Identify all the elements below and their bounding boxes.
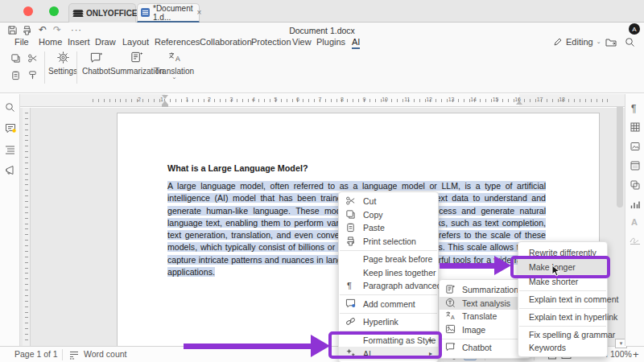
pilcrow-icon: ¶: [347, 281, 358, 292]
editing-label: Editing: [566, 37, 593, 47]
copy-icon: [345, 209, 357, 220]
chatbot-icon: [89, 51, 104, 64]
context-menu-page-break-before[interactable]: Page break before: [339, 253, 438, 266]
summarize-doc-icon: [445, 284, 456, 295]
window-zoom-dot[interactable]: [49, 6, 59, 16]
tab-document[interactable]: *Document 1.d... ×: [137, 3, 200, 23]
first-line-indent-marker[interactable]: [162, 95, 168, 99]
text-art-settings-button[interactable]: A: [631, 217, 638, 227]
save-icon: [7, 25, 18, 35]
settings-button[interactable]: Settings: [48, 51, 77, 76]
document-title: Document 1.docx: [0, 26, 644, 35]
undo-button[interactable]: ↶: [39, 24, 47, 35]
hyperlink-icon: [345, 316, 357, 327]
shape-icon: [630, 180, 640, 190]
page-indicator[interactable]: Page 1 of 1: [14, 349, 58, 359]
word-count-button[interactable]: [69, 351, 79, 360]
context-menu-keep-lines-together[interactable]: Keep lines together: [339, 266, 438, 280]
menu-home[interactable]: Home: [39, 37, 62, 47]
menu-view[interactable]: View: [292, 37, 312, 47]
vertical-scrollbar[interactable]: [617, 98, 623, 208]
editing-mode-selector[interactable]: Editing ⌄: [553, 37, 601, 47]
copy-icon: [10, 53, 21, 64]
header-footer-settings-button[interactable]: [630, 161, 640, 171]
menu-file[interactable]: File: [14, 37, 29, 47]
right-indent-marker[interactable]: [516, 101, 522, 105]
image-icon: [630, 142, 640, 151]
tab-close-icon[interactable]: ×: [196, 8, 201, 17]
chatbot-button[interactable]: Chatbot: [82, 51, 110, 76]
zoom-in-button[interactable]: +: [633, 348, 639, 360]
menu-ai[interactable]: AI: [352, 37, 360, 49]
print-icon: [22, 25, 32, 35]
annotation-box-ai: [328, 331, 442, 359]
context-menu-paste[interactable]: Paste: [339, 221, 438, 235]
annotation-arrow-ai: [184, 343, 311, 349]
zoom-value[interactable]: 100%: [610, 349, 632, 359]
context-menu-hyperlink[interactable]: Hyperlink: [339, 315, 438, 329]
context-menu-add-comment[interactable]: Add comment: [339, 298, 438, 311]
menu-protection[interactable]: Protection: [251, 37, 291, 47]
ta-submenu-keywords[interactable]: Keywords: [518, 341, 607, 354]
chatbot-icon: [445, 342, 456, 353]
cut-button[interactable]: [27, 53, 39, 64]
chart-settings-button[interactable]: [630, 200, 640, 209]
shape-settings-button[interactable]: [630, 180, 640, 190]
navigation-button[interactable]: [5, 145, 15, 154]
onlyoffice-logo-icon: [73, 9, 83, 19]
comments-button[interactable]: [5, 123, 16, 134]
context-menu-print-selection[interactable]: Print selection: [339, 235, 438, 249]
context-menu-paragraph-advanced-settings[interactable]: ¶ Paragraph advanced settings: [339, 279, 438, 293]
printer-icon: [345, 236, 357, 247]
search-button[interactable]: [625, 37, 635, 47]
horizontal-ruler[interactable]: 2 1 123456789101112131415161718: [20, 94, 625, 107]
chevron-down-icon: ⌄: [172, 76, 177, 79]
more-actions-button[interactable]: ···: [71, 24, 82, 35]
translation-button[interactable]: A Translation ⌄: [155, 51, 194, 79]
tab-onlyoffice[interactable]: ONLYOFFICE: [68, 3, 136, 23]
titlebar: ONLYOFFICE *Document 1.d... ×: [0, 0, 644, 23]
svg-text:A: A: [175, 55, 180, 63]
signature-icon: [630, 236, 641, 245]
menu-plugins[interactable]: Plugins: [316, 37, 345, 47]
ta-submenu-explain-text-in-hyperlink[interactable]: Explain text in hyperlink: [518, 311, 607, 323]
plus-icon: +: [633, 348, 639, 360]
window-close-dot[interactable]: [23, 6, 33, 16]
app-header: Document 1.docx ↶ ↷ ··· A File Home Inse…: [0, 23, 644, 93]
redo-button[interactable]: ↷: [53, 24, 61, 35]
avatar[interactable]: A: [629, 23, 640, 35]
context-menu-copy[interactable]: Copy: [339, 208, 438, 222]
left-indent-marker[interactable]: [162, 105, 168, 107]
context-menu-cut[interactable]: Cut: [339, 195, 438, 208]
chatbot-label: Chatbot: [82, 67, 110, 76]
image-settings-button[interactable]: [630, 142, 640, 151]
menu-insert[interactable]: Insert: [68, 37, 90, 47]
open-file-location-button[interactable]: [605, 37, 617, 47]
comment-add-icon: [345, 298, 357, 310]
left-panel: [0, 94, 20, 346]
word-count-label[interactable]: Word count: [84, 349, 127, 359]
menu-layout[interactable]: Layout: [122, 37, 149, 47]
feedback-button[interactable]: [5, 165, 16, 175]
signature-settings-button[interactable]: [630, 236, 641, 245]
copy-button[interactable]: [10, 53, 22, 64]
find-button[interactable]: [5, 102, 15, 113]
format-painter-button[interactable]: [27, 70, 39, 81]
feedback-megaphone-icon: [5, 165, 16, 175]
print-button[interactable]: [22, 24, 32, 35]
navigation-icon: [5, 145, 15, 154]
save-button[interactable]: [7, 24, 18, 35]
menu-draw[interactable]: Draw: [95, 37, 116, 47]
paragraph-settings-button[interactable]: ¶: [631, 103, 636, 114]
text-analysis-icon: [445, 298, 456, 309]
ta-submenu-explain-text-in-comment[interactable]: Explain text in comment: [518, 293, 607, 306]
paste-button[interactable]: [10, 70, 22, 81]
translate-icon: A: [167, 51, 182, 64]
vertical-ruler[interactable]: [23, 108, 31, 346]
menu-references[interactable]: References: [155, 37, 200, 47]
right-panel: ¶ A: [625, 94, 644, 346]
annotation-arrowhead-ai: [311, 335, 330, 357]
ta-submenu-fix-spelling-grammar[interactable]: Fix spelling & grammar: [518, 328, 607, 341]
table-settings-button[interactable]: [630, 122, 640, 132]
menu-collaboration[interactable]: Collaboration: [200, 37, 252, 47]
